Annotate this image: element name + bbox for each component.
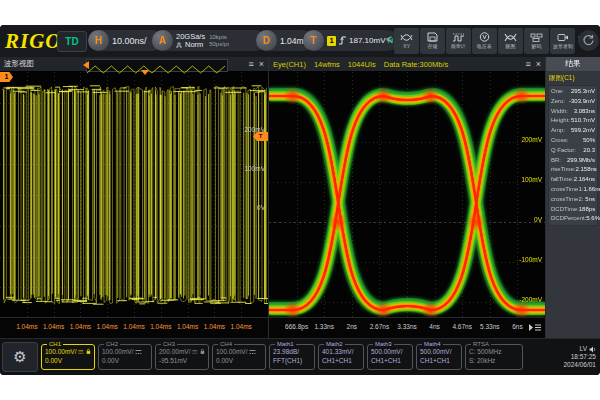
- x-axis-label: 666.8ps: [285, 323, 308, 330]
- x-axis-label: 2ns: [347, 323, 357, 330]
- eye-panel-header: Eye(CH1) 14wfms 1044UIs Data Rate:300Mb/…: [269, 57, 545, 72]
- measurement-label: Zero:: [551, 97, 565, 107]
- trigger-knob[interactable]: T: [303, 30, 324, 51]
- math-box[interactable]: Math4 500.00mV/ CH1+CH1: [416, 344, 462, 370]
- eye-plot[interactable]: 200mV100mV0V-100mV-200mV: [269, 72, 545, 318]
- eye-settings-flyout-icon[interactable]: [528, 322, 542, 333]
- waveform-canvas[interactable]: [0, 72, 268, 318]
- measurement-label: crossTime1:: [551, 185, 583, 195]
- waveform-close-icon[interactable]: ×: [259, 57, 264, 72]
- y-axis-label: -200mV: [519, 296, 542, 303]
- measurement-value: 295.3mV: [571, 87, 595, 97]
- sample-resolution: 50ps/pt: [209, 41, 229, 48]
- measurement-row: Height: 510.7mV: [549, 116, 597, 126]
- tool-counter[interactable]: 频率计: [446, 28, 471, 54]
- channel-box[interactable]: CH3 200.00mV/ -95.51mV: [155, 344, 209, 370]
- tool-record[interactable]: 波形录制: [550, 28, 575, 54]
- eye-close-icon[interactable]: ×: [536, 57, 541, 72]
- results-title: 结果: [546, 57, 600, 71]
- x-axis-label: 1.04ms: [70, 323, 91, 330]
- waveform-axis-row: 1.04ms1.04ms1.04ms1.04ms1.04ms1.04ms1.04…: [0, 317, 268, 338]
- channel-offset: -95.51mV: [159, 356, 187, 365]
- eye-menu-icon[interactable]: ≡: [525, 57, 530, 72]
- channel-name: CH2: [104, 341, 120, 347]
- toolbar-scroll-left[interactable]: <: [386, 34, 392, 45]
- measurement-row: DCDPercent: 5.6%: [549, 214, 597, 224]
- x-axis-label: 2.67ns: [370, 323, 390, 330]
- measurement-row: DCDTime: 188ps: [549, 205, 597, 215]
- counter-icon: [452, 33, 465, 42]
- eye-canvas[interactable]: [269, 72, 545, 318]
- channel-name: CH1: [47, 341, 63, 347]
- x-axis-label: 1.04ms: [43, 323, 64, 330]
- y-axis-label: 100mV: [521, 176, 542, 183]
- dc-coupling-icon: [249, 349, 256, 355]
- memory-depth: 10kpts: [209, 34, 229, 41]
- voltmeter-icon: [479, 32, 490, 42]
- measurement-value: 2.164ns: [574, 175, 595, 185]
- dc-coupling-icon: [135, 349, 142, 355]
- tool-xy[interactable]: XY: [394, 28, 419, 54]
- waveform-x-axis: 1.04ms1.04ms1.04ms1.04ms1.04ms1.04ms1.04…: [0, 323, 268, 333]
- waveform-plot[interactable]: 1 T 200mV100mV0V: [0, 72, 268, 318]
- rtsa-name: RTSA: [471, 341, 491, 347]
- math-box[interactable]: Math1 23.98dB/ FFT(CH1): [269, 344, 315, 370]
- rtsa-box[interactable]: RTSA C: 500MHz S: 20kHz: [465, 344, 523, 370]
- refresh-button[interactable]: [578, 30, 599, 51]
- channel-box[interactable]: CH4 100.00mV/ 0.00V: [212, 344, 266, 370]
- delay-knob[interactable]: D: [256, 30, 277, 51]
- lock-icon: [200, 348, 205, 355]
- measurement-list: One: 295.3mV Zero: -303.9mV Width: 3.083…: [548, 85, 598, 226]
- math-box[interactable]: Math2 401.33mV/ CH1+CH1: [318, 344, 364, 370]
- x-axis-label: 1.04ms: [231, 323, 252, 330]
- channel-scale: 100.00mV/: [45, 347, 76, 356]
- settings-button[interactable]: ⚙: [2, 342, 38, 372]
- math-scale: 23.98dB/: [273, 347, 299, 356]
- waveform-menu-icon[interactable]: ≡: [248, 57, 253, 72]
- math-name: Math3: [373, 341, 394, 347]
- trigger-source-badge: 1: [327, 36, 336, 46]
- measurement-label: DCDTime:: [551, 205, 579, 215]
- tool-voltmeter[interactable]: 电压表: [472, 28, 497, 54]
- preview-cursor-icon[interactable]: [83, 61, 89, 69]
- oscilloscope-ui: RIGOL TD H 10.00ns/ A 20GSa/s Norm 10kpt…: [0, 25, 600, 375]
- measurement-label: Q Factor:: [551, 146, 576, 156]
- y-axis-label: 200mV: [244, 126, 265, 133]
- math-boxes: Math1 23.98dB/ FFT(CH1) Math2 401.33mV/ …: [269, 344, 462, 370]
- tool-decode[interactable]: 解码: [524, 28, 549, 54]
- channel-box[interactable]: CH2 100.00mV/ 0.00V: [98, 344, 152, 370]
- rtsa-center-freq: C: 500MHz: [469, 347, 502, 356]
- acq-wave-icon: [176, 42, 184, 48]
- y-axis-label: 0V: [257, 204, 265, 211]
- acquire-box[interactable]: 20GSa/s Norm 10kpts 50ps/pt: [163, 30, 266, 51]
- clock-date: 2024/06/01: [548, 361, 596, 369]
- clock-box[interactable]: LV 18:57:25 2024/06/01: [548, 345, 598, 369]
- y-axis-label: 0V: [534, 216, 542, 223]
- results-tab-eye[interactable]: 眼图(C1): [546, 71, 600, 84]
- waveform-preview-strip[interactable]: [86, 59, 228, 72]
- horizontal-knob[interactable]: H: [88, 30, 109, 51]
- measurement-value: 3.083ns: [574, 107, 595, 117]
- y-axis-label: -100mV: [519, 256, 542, 263]
- measurement-row: crossTime2: 5ns: [549, 195, 597, 205]
- eye-diagram-icon: [504, 33, 517, 42]
- storage-icon: [427, 32, 438, 42]
- measurement-row: BR: 299.9Mb/s: [549, 156, 597, 166]
- x-axis-label: 1.04ms: [123, 323, 144, 330]
- measurement-value: 5.6%: [586, 214, 600, 224]
- measurement-value: 20.3: [583, 146, 595, 156]
- measurement-value: 50%: [583, 136, 595, 146]
- tool-eye[interactable]: 眼图: [498, 28, 523, 54]
- channel-name: CH4: [218, 341, 234, 347]
- math-name: Math2: [324, 341, 345, 347]
- eye-data-rate: Data Rate:300Mb/s: [384, 60, 449, 69]
- math-box[interactable]: Math3 500.00mV/ CH1+CH1: [367, 344, 413, 370]
- tool-storage[interactable]: 存储: [420, 28, 445, 54]
- lock-icon: [86, 348, 91, 355]
- channel-box[interactable]: CH1 100.00mV/ 0.00V: [41, 344, 95, 370]
- acquire-knob[interactable]: A: [152, 30, 173, 51]
- channel-offset: 0.00V: [216, 356, 233, 365]
- trigger-level: 187.10mV: [349, 36, 385, 45]
- x-axis-label: 1.04ms: [16, 323, 37, 330]
- channel-boxes: CH1 100.00mV/ 0.00V CH2 100.00mV/: [41, 344, 266, 370]
